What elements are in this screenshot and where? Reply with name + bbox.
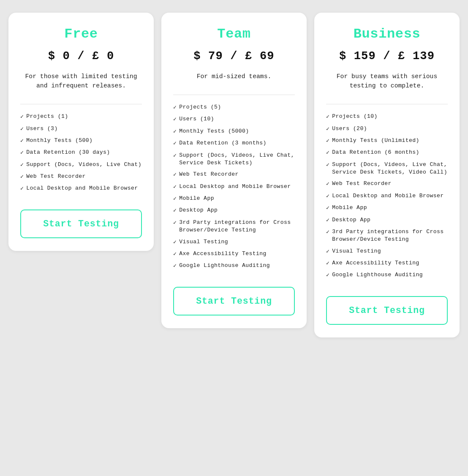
start-testing-button-free[interactable]: Start Testing [20, 209, 142, 238]
list-item: ✓Local Desktop and Mobile Browser [173, 183, 295, 191]
feature-text: Monthly Tests (5000) [179, 128, 249, 135]
list-item: ✓Monthly Tests (5000) [173, 128, 295, 136]
feature-text: Visual Testing [332, 248, 381, 255]
list-item: ✓3rd Party integrations for Cross Browse… [326, 228, 448, 244]
check-icon: ✓ [173, 219, 177, 227]
feature-text: Web Test Recorder [332, 180, 391, 188]
check-icon: ✓ [326, 204, 329, 212]
check-icon: ✓ [326, 260, 329, 267]
feature-text: Axe Accessibility Testing [332, 259, 419, 267]
feature-text: Data Retention (3 months) [179, 139, 267, 147]
plan-title-business: Business [354, 26, 421, 42]
list-item: ✓Desktop App [173, 207, 295, 215]
list-item: ✓Local Desktop and Mobile Browser [326, 192, 448, 200]
list-item: ✓Support (Docs, Videos, Live Chat, Servi… [173, 152, 295, 167]
feature-text: Mobile App [332, 204, 367, 212]
feature-text: Web Test Recorder [179, 171, 238, 178]
list-item: ✓Support (Docs, Videos, Live Chat) [20, 161, 142, 169]
start-testing-button-business[interactable]: Start Testing [326, 296, 448, 325]
features-list-business: ✓Projects (10)✓Users (20)✓Monthly Tests … [326, 113, 448, 283]
list-item: ✓Monthly Tests (Unlimited) [326, 137, 448, 145]
list-item: ✓Data Retention (3 months) [173, 139, 295, 147]
list-item: ✓Users (10) [173, 115, 295, 123]
check-icon: ✓ [20, 173, 24, 181]
feature-text: Web Test Recorder [26, 173, 85, 180]
feature-text: Axe Accessibility Testing [179, 250, 267, 258]
check-icon: ✓ [326, 217, 329, 224]
features-list-free: ✓Projects (1)✓Users (3)✓Monthly Tests (5… [20, 113, 142, 197]
check-icon: ✓ [326, 113, 329, 121]
check-icon: ✓ [173, 195, 177, 203]
check-icon: ✓ [173, 183, 177, 191]
check-icon: ✓ [173, 116, 177, 123]
start-testing-button-team[interactable]: Start Testing [173, 287, 295, 316]
feature-text: Users (10) [179, 115, 214, 123]
plan-divider-team [173, 95, 295, 95]
list-item: ✓Monthly Tests (500) [20, 137, 142, 145]
check-icon: ✓ [173, 104, 177, 112]
plan-divider-business [326, 104, 448, 104]
check-icon: ✓ [326, 193, 329, 200]
list-item: ✓Local Desktop and Mobile Browser [20, 185, 142, 193]
feature-text: 3rd Party integrations for Cross Browser… [179, 219, 295, 234]
pricing-container: Free$ 0 / £ 0For those with limited test… [8, 13, 460, 337]
feature-text: Support (Docs, Videos, Live Chat, Servic… [179, 152, 295, 167]
check-icon: ✓ [20, 113, 24, 121]
feature-text: 3rd Party integrations for Cross Browser… [332, 228, 448, 244]
feature-text: Local Desktop and Mobile Browser [26, 185, 138, 192]
list-item: ✓Projects (5) [173, 103, 295, 112]
feature-text: Google Lighthouse Auditing [179, 262, 270, 269]
list-item: ✓Web Test Recorder [326, 180, 448, 188]
list-item: ✓Projects (10) [326, 113, 448, 121]
check-icon: ✓ [326, 137, 329, 145]
feature-text: Desktop App [179, 207, 218, 214]
list-item: ✓3rd Party integrations for Cross Browse… [173, 219, 295, 234]
check-icon: ✓ [173, 171, 177, 179]
list-item: ✓Data Retention (6 months) [326, 149, 448, 157]
feature-text: Monthly Tests (500) [26, 137, 93, 144]
plan-card-free: Free$ 0 / £ 0For those with limited test… [8, 13, 154, 251]
list-item: ✓Desktop App [326, 216, 448, 224]
feature-text: Projects (10) [332, 113, 377, 120]
feature-text: Data Retention (6 months) [332, 149, 419, 156]
check-icon: ✓ [326, 248, 329, 256]
feature-text: Desktop App [332, 216, 370, 224]
feature-text: Monthly Tests (Unlimited) [332, 137, 419, 144]
check-icon: ✓ [326, 161, 329, 169]
list-item: ✓Users (20) [326, 125, 448, 133]
check-icon: ✓ [173, 152, 177, 160]
list-item: ✓Web Test Recorder [20, 173, 142, 181]
check-icon: ✓ [20, 161, 24, 169]
list-item: ✓Axe Accessibility Testing [326, 259, 448, 267]
plan-card-team: Team$ 79 / £ 69For mid-sized teams.✓Proj… [161, 13, 307, 328]
feature-text: Support (Docs, Videos, Live Chat) [26, 161, 141, 169]
plan-card-business: Business$ 159 / £ 139For busy teams with… [314, 13, 460, 337]
plan-price-team: $ 79 / £ 69 [193, 49, 274, 63]
list-item: ✓Axe Accessibility Testing [173, 250, 295, 258]
check-icon: ✓ [326, 272, 329, 279]
feature-text: Visual Testing [179, 238, 228, 246]
check-icon: ✓ [173, 239, 177, 246]
list-item: ✓Visual Testing [326, 248, 448, 256]
list-item: ✓Visual Testing [173, 238, 295, 246]
feature-text: Mobile App [179, 195, 214, 202]
check-icon: ✓ [20, 185, 24, 193]
check-icon: ✓ [326, 149, 329, 157]
plan-price-business: $ 159 / £ 139 [339, 49, 435, 63]
feature-text: Users (20) [332, 125, 367, 133]
feature-text: Projects (5) [179, 103, 221, 111]
check-icon: ✓ [173, 207, 177, 215]
check-icon: ✓ [173, 262, 177, 270]
feature-text: Projects (1) [26, 113, 68, 120]
list-item: ✓Data Retention (30 days) [20, 149, 142, 157]
check-icon: ✓ [326, 180, 329, 188]
list-item: ✓Mobile App [326, 204, 448, 212]
list-item: ✓Google Lighthouse Auditing [326, 271, 448, 279]
check-icon: ✓ [20, 149, 24, 157]
plan-title-free: Free [64, 26, 98, 42]
list-item: ✓Support (Docs, Videos, Live Chat, Servi… [326, 161, 448, 177]
check-icon: ✓ [20, 125, 24, 133]
feature-text: Local Desktop and Mobile Browser [332, 192, 444, 200]
plan-price-free: $ 0 / £ 0 [48, 49, 114, 63]
check-icon: ✓ [20, 137, 24, 145]
